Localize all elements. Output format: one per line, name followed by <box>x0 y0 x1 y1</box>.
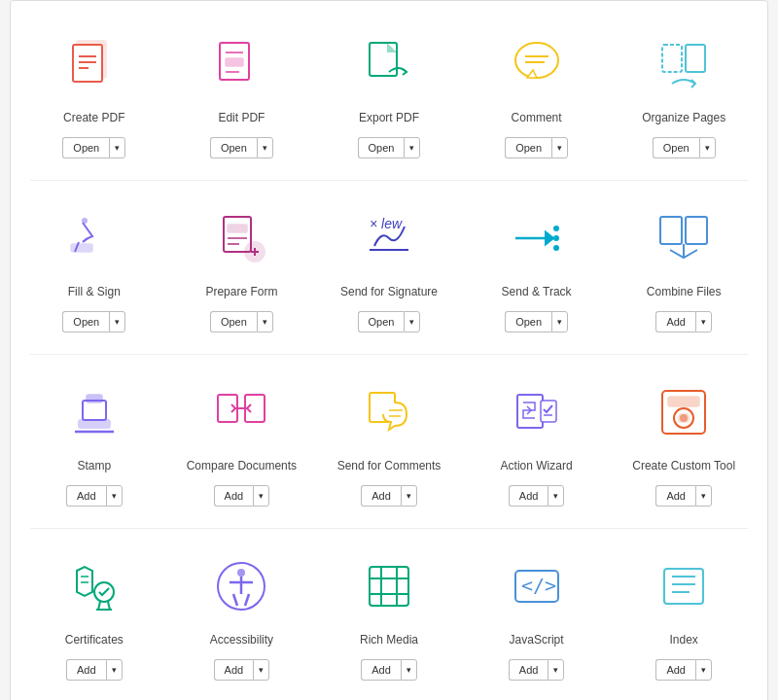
tools-panel: Create PDFOpen▾ Edit PDFOpen▾ Export PDF… <box>10 0 768 700</box>
action-wizard-button[interactable]: Add <box>509 485 548 507</box>
tool-item-prepare-form: Prepare FormOpen▾ <box>168 194 316 340</box>
tool-item-fill-sign: Fill & SignOpen▾ <box>20 194 168 340</box>
send-track-dropdown[interactable]: ▾ <box>551 311 568 332</box>
javascript-dropdown[interactable]: ▾ <box>548 659 564 681</box>
tool-item-create-custom-tool: Create Custom ToolAdd▾ <box>610 368 758 514</box>
javascript-button[interactable]: Add <box>509 659 548 681</box>
stamp-icon <box>60 378 128 446</box>
row-divider <box>30 354 748 355</box>
compare-documents-icon <box>207 378 275 446</box>
rich-media-dropdown[interactable]: ▾ <box>401 659 417 681</box>
svg-rect-35 <box>87 395 102 402</box>
javascript-label: JavaScript <box>510 626 564 653</box>
send-comments-label: Send for Comments <box>337 452 442 479</box>
tool-item-send-signature: × lew Send for SignatureOpen▾ <box>315 194 463 340</box>
certificates-icon <box>60 552 128 620</box>
svg-rect-34 <box>83 401 106 420</box>
svg-rect-9 <box>370 43 397 76</box>
svg-rect-18 <box>228 225 247 232</box>
tool-item-index: IndexAdd▾ <box>610 542 758 688</box>
tool-item-create-pdf: Create PDFOpen▾ <box>20 20 168 166</box>
svg-line-53 <box>108 602 110 610</box>
send-comments-icon <box>355 378 423 446</box>
fill-sign-label: Fill & Sign <box>68 278 121 305</box>
tool-item-organize-pages: Organize PagesOpen▾ <box>610 20 758 166</box>
prepare-form-icon <box>207 204 275 272</box>
send-signature-button[interactable]: Open <box>358 311 405 332</box>
fill-sign-icon <box>60 204 128 272</box>
organize-pages-dropdown[interactable]: ▾ <box>699 137 716 158</box>
send-signature-label: Send for Signature <box>340 278 438 305</box>
index-button[interactable]: Add <box>655 659 695 681</box>
svg-point-16 <box>82 218 88 224</box>
svg-point-28 <box>553 235 559 241</box>
javascript-icon: </> <box>503 552 571 620</box>
svg-rect-46 <box>668 397 699 406</box>
tool-item-compare-documents: Compare DocumentsAdd▾ <box>168 368 316 514</box>
export-pdf-label: Export PDF <box>359 104 419 131</box>
tool-item-stamp: StampAdd▾ <box>20 368 168 514</box>
export-pdf-button[interactable]: Open <box>358 137 405 158</box>
action-wizard-icon <box>503 378 571 446</box>
svg-rect-31 <box>686 217 707 244</box>
prepare-form-label: Prepare Form <box>205 278 277 305</box>
combine-files-button[interactable]: Add <box>655 311 695 332</box>
svg-point-10 <box>515 43 558 78</box>
prepare-form-button[interactable]: Open <box>210 311 257 332</box>
send-comments-dropdown[interactable]: ▾ <box>401 485 417 507</box>
accessibility-button[interactable]: Add <box>214 659 254 681</box>
tool-item-accessibility: AccessibilityAdd▾ <box>168 542 316 688</box>
create-custom-tool-icon <box>650 378 718 446</box>
edit-pdf-dropdown[interactable]: ▾ <box>257 137 273 158</box>
action-wizard-label: Action Wizard <box>501 452 573 479</box>
stamp-button[interactable]: Add <box>66 485 106 507</box>
send-comments-button[interactable]: Add <box>361 485 401 507</box>
tool-item-rich-media: Rich MediaAdd▾ <box>315 542 463 688</box>
comment-dropdown[interactable]: ▾ <box>551 137 568 158</box>
fill-sign-button[interactable]: Open <box>62 311 109 332</box>
create-custom-tool-button[interactable]: Add <box>655 485 695 507</box>
stamp-dropdown[interactable]: ▾ <box>106 485 123 507</box>
svg-line-52 <box>98 602 100 610</box>
accessibility-label: Accessibility <box>210 626 273 653</box>
svg-rect-33 <box>79 420 110 428</box>
accessibility-dropdown[interactable]: ▾ <box>253 659 269 681</box>
compare-documents-button[interactable]: Add <box>214 485 254 507</box>
svg-point-48 <box>680 414 688 422</box>
edit-pdf-button[interactable]: Open <box>210 137 257 158</box>
certificates-button[interactable]: Add <box>66 659 106 681</box>
combine-files-label: Combine Files <box>647 278 722 305</box>
index-label: Index <box>670 626 698 653</box>
send-track-button[interactable]: Open <box>505 311 551 332</box>
send-signature-dropdown[interactable]: ▾ <box>404 311 420 332</box>
send-signature-icon: × lew <box>355 204 423 272</box>
svg-point-56 <box>237 569 245 577</box>
action-wizard-dropdown[interactable]: ▾ <box>548 485 564 507</box>
stamp-label: Stamp <box>77 452 111 479</box>
create-pdf-label: Create PDF <box>63 104 124 131</box>
svg-rect-30 <box>660 217 682 244</box>
combine-files-dropdown[interactable]: ▾ <box>695 311 712 332</box>
certificates-dropdown[interactable]: ▾ <box>106 659 123 681</box>
comment-button[interactable]: Open <box>505 137 551 158</box>
create-custom-tool-dropdown[interactable]: ▾ <box>695 485 712 507</box>
organize-pages-label: Organize Pages <box>642 104 725 131</box>
svg-rect-59 <box>370 567 408 606</box>
export-pdf-dropdown[interactable]: ▾ <box>404 137 420 158</box>
tool-item-certificates: CertificatesAdd▾ <box>20 542 168 688</box>
compare-documents-dropdown[interactable]: ▾ <box>253 485 269 507</box>
accessibility-icon <box>207 552 275 620</box>
index-dropdown[interactable]: ▾ <box>695 659 712 681</box>
svg-rect-7 <box>226 58 243 66</box>
svg-text:× lew: × lew <box>370 216 403 231</box>
fill-sign-dropdown[interactable]: ▾ <box>109 311 125 332</box>
create-pdf-dropdown[interactable]: ▾ <box>109 137 125 158</box>
edit-pdf-icon <box>207 30 275 98</box>
organize-pages-button[interactable]: Open <box>653 137 699 158</box>
row-divider <box>30 528 748 529</box>
index-icon <box>650 552 718 620</box>
comment-icon <box>503 30 571 98</box>
prepare-form-dropdown[interactable]: ▾ <box>257 311 273 332</box>
rich-media-button[interactable]: Add <box>361 659 401 681</box>
create-pdf-button[interactable]: Open <box>62 137 109 158</box>
